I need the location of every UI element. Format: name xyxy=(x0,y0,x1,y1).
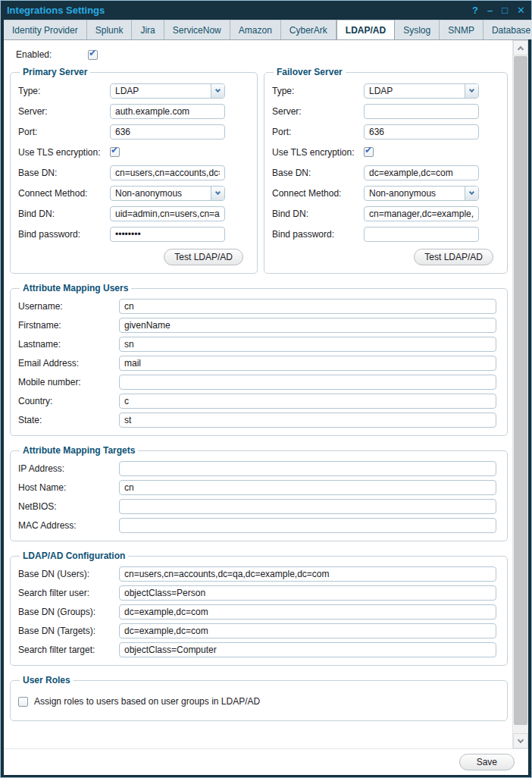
basedn-users-row: Base DN (Users): xyxy=(17,564,501,583)
failover-type-select[interactable]: LDAP xyxy=(364,83,479,99)
failover-test-row: Test LDAP/AD xyxy=(271,244,501,267)
save-button[interactable]: Save xyxy=(459,754,515,770)
tab-servicenow[interactable]: ServiceNow xyxy=(164,20,230,39)
primary-connect-method-value: Non-anonymous xyxy=(111,188,211,199)
scrollbar-track[interactable] xyxy=(513,55,528,733)
failover-type-row: Type: LDAP xyxy=(271,80,501,101)
failover-tls-checkbox[interactable] xyxy=(364,147,374,157)
failover-basedn-input[interactable] xyxy=(364,165,479,180)
email-address-label: Email Address: xyxy=(17,358,119,369)
assign-roles-checkbox[interactable] xyxy=(18,697,28,707)
netbios-row: NetBIOS: xyxy=(17,497,501,516)
scroll-down-button[interactable] xyxy=(513,733,528,748)
maximize-icon[interactable]: □ xyxy=(502,5,508,15)
failover-server-legend: Failover Server xyxy=(274,67,346,77)
failover-bind-password-row: Bind password: xyxy=(271,224,501,244)
search-filter-target-input[interactable] xyxy=(119,642,496,657)
failover-server-row: Server: xyxy=(271,101,501,121)
tab-identity-provider[interactable]: Identity Provider xyxy=(4,20,87,39)
mac-address-row: MAC Address: xyxy=(17,516,501,535)
enabled-checkbox[interactable] xyxy=(88,50,98,60)
title-bar: Integrations Settings ? – □ ✕ xyxy=(1,1,531,20)
tab-amazon[interactable]: Amazon xyxy=(230,20,281,39)
primary-binddn-input[interactable] xyxy=(110,206,225,221)
netbios-input[interactable] xyxy=(119,499,496,514)
basedn-groups-label: Base DN (Groups): xyxy=(17,607,119,617)
failover-connect-method-select[interactable]: Non-anonymous xyxy=(364,186,479,201)
host-name-row: Host Name: xyxy=(17,478,501,497)
failover-server-input[interactable] xyxy=(364,104,479,119)
integrations-settings-window: Integrations Settings ? – □ ✕ Identity P… xyxy=(0,0,532,778)
host-name-label: Host Name: xyxy=(17,482,119,493)
chevron-down-icon[interactable] xyxy=(211,187,224,200)
tab-cyberark[interactable]: CyberArk xyxy=(281,20,336,39)
host-name-input[interactable] xyxy=(119,480,496,495)
search-filter-user-input[interactable] xyxy=(119,585,496,601)
search-filter-target-label: Search filter target: xyxy=(17,645,119,655)
mobile-number-input[interactable] xyxy=(119,375,496,390)
mobile-number-label: Mobile number: xyxy=(17,377,119,387)
netbios-label: NetBIOS: xyxy=(17,501,119,512)
tab-snmp[interactable]: SNMP xyxy=(440,20,483,39)
primary-test-ldap-button[interactable]: Test LDAP/AD xyxy=(164,249,243,265)
basedn-targets-input[interactable] xyxy=(119,623,496,638)
type-label: Type: xyxy=(271,86,364,96)
user-roles-section: User Roles Assign roles to users based o… xyxy=(10,675,508,721)
primary-server-input[interactable] xyxy=(110,104,225,119)
failover-test-ldap-button[interactable]: Test LDAP/AD xyxy=(414,249,493,265)
lastname-row: Lastname: xyxy=(17,334,501,353)
primary-server-legend: Primary Server xyxy=(20,67,90,77)
failover-binddn-input[interactable] xyxy=(364,206,479,221)
tab-database[interactable]: Database xyxy=(483,20,532,39)
tab-syslog[interactable]: Syslog xyxy=(395,20,440,39)
primary-server-row: Server: xyxy=(17,101,251,121)
lastname-input[interactable] xyxy=(119,337,496,352)
help-icon[interactable]: ? xyxy=(472,5,478,15)
failover-port-input[interactable] xyxy=(364,124,479,140)
scrollbar-thumb[interactable] xyxy=(514,56,527,725)
primary-tls-checkbox[interactable] xyxy=(110,147,120,157)
settings-scroll-area: Enabled: Primary Server Type: LDAP S xyxy=(4,40,512,748)
search-filter-target-row: Search filter target: xyxy=(17,640,501,659)
attribute-mapping-users-section: Attribute Mapping Users Username: Firstn… xyxy=(10,283,508,436)
basedn-groups-input[interactable] xyxy=(119,604,496,620)
tab-ldap-ad[interactable]: LDAP/AD xyxy=(336,20,395,39)
primary-connect-method-select[interactable]: Non-anonymous xyxy=(110,186,225,201)
port-label: Port: xyxy=(271,127,364,137)
scroll-up-button[interactable] xyxy=(513,40,528,55)
basedn-targets-row: Base DN (Targets): xyxy=(17,621,501,640)
basedn-users-input[interactable] xyxy=(119,566,496,582)
tab-jira[interactable]: Jira xyxy=(132,20,164,39)
minimize-icon[interactable]: – xyxy=(487,5,493,15)
chevron-down-icon[interactable] xyxy=(465,84,478,98)
country-input[interactable] xyxy=(119,394,496,409)
primary-type-row: Type: LDAP xyxy=(17,80,251,101)
primary-basedn-row: Base DN: xyxy=(17,162,251,183)
primary-type-select[interactable]: LDAP xyxy=(110,83,225,99)
mac-address-input[interactable] xyxy=(119,518,496,533)
failover-port-row: Port: xyxy=(271,121,501,142)
assign-roles-label: Assign roles to users based on user grou… xyxy=(34,696,260,707)
attribute-mapping-targets-section: Attribute Mapping Targets IP Address: Ho… xyxy=(10,445,508,541)
firstname-input[interactable] xyxy=(119,318,496,333)
failover-basedn-row: Base DN: xyxy=(271,162,501,183)
tab-splunk[interactable]: Splunk xyxy=(87,20,133,39)
primary-bind-password-input[interactable] xyxy=(110,227,225,242)
tab-strip: Identity Provider Splunk Jira ServiceNow… xyxy=(4,20,528,40)
basedn-label: Base DN: xyxy=(17,168,110,178)
email-address-input[interactable] xyxy=(119,356,496,371)
primary-port-input[interactable] xyxy=(110,124,225,140)
chevron-down-icon xyxy=(518,736,524,742)
chevron-down-icon[interactable] xyxy=(465,187,478,200)
basedn-users-label: Base DN (Users): xyxy=(17,569,119,579)
primary-basedn-input[interactable] xyxy=(110,165,225,180)
username-input[interactable] xyxy=(119,299,496,314)
state-input[interactable] xyxy=(119,413,496,428)
failover-bind-password-input[interactable] xyxy=(364,227,479,242)
vertical-scrollbar[interactable] xyxy=(512,40,528,748)
close-icon[interactable]: ✕ xyxy=(517,5,525,15)
country-row: Country: xyxy=(17,391,501,410)
chevron-down-icon[interactable] xyxy=(211,84,224,98)
ip-address-input[interactable] xyxy=(119,461,496,476)
primary-connect-method-row: Connect Method: Non-anonymous xyxy=(17,183,251,203)
